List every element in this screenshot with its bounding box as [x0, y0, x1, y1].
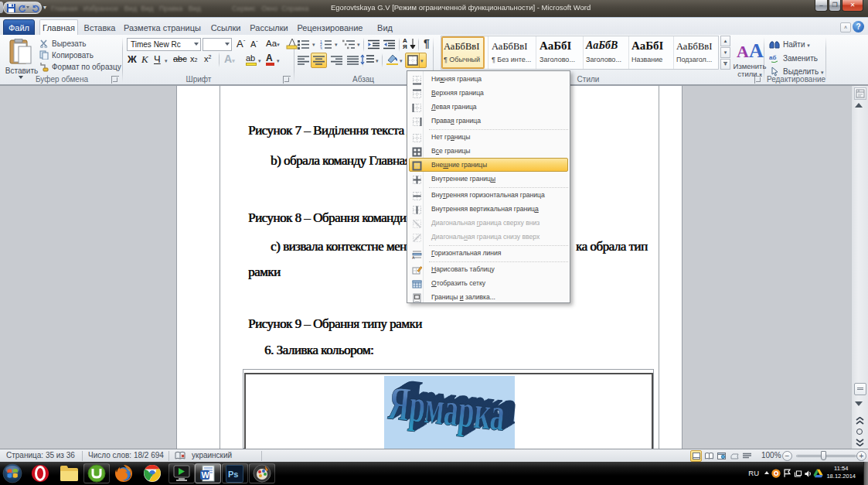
svg-text:Ps: Ps	[228, 470, 238, 479]
svg-text:аб: аб	[769, 54, 776, 61]
svg-text:3: 3	[320, 46, 322, 50]
svg-text:Ярмарка: Ярмарка	[386, 376, 508, 442]
svg-text:W: W	[202, 470, 210, 480]
